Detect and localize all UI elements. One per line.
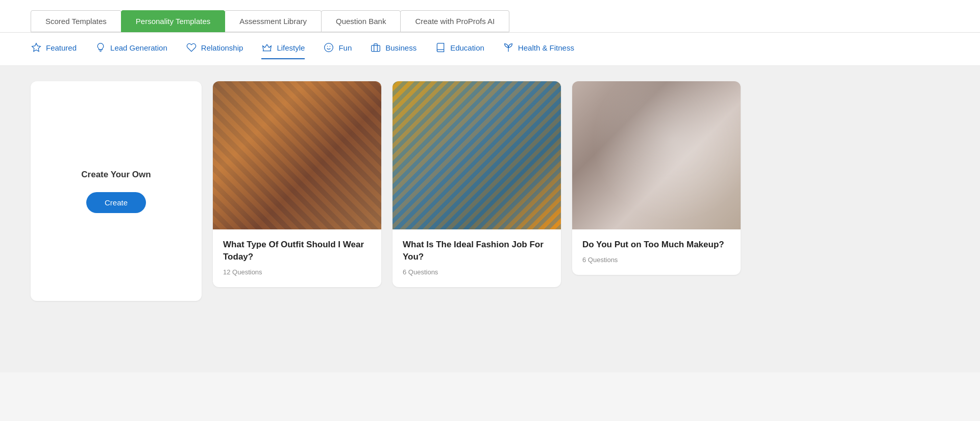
main-content: Create Your Own Create What Type Of Outf… [0,66,980,372]
card-meta-fashion: 6 Questions [403,268,551,276]
card-body-makeup: Do You Put on Too Much Makeup? 6 Questio… [572,229,741,275]
smile-icon [323,42,334,53]
category-education[interactable]: Education [435,42,484,56]
category-relationship-label: Relationship [201,43,243,52]
category-lifestyle[interactable]: Lifestyle [261,42,305,56]
category-health-fitness[interactable]: Health & Fitness [503,42,574,56]
category-lead-generation-label: Lead Generation [110,43,167,52]
svg-rect-4 [372,45,380,52]
card-title-makeup: Do You Put on Too Much Makeup? [582,239,730,251]
template-card-outfit[interactable]: What Type Of Outfit Should I Wear Today?… [213,81,381,287]
card-meta-makeup: 6 Questions [582,256,730,264]
tab-create-ai[interactable]: Create with ProProfs AI [400,10,509,32]
svg-point-1 [325,43,333,52]
create-card-title: Create Your Own [81,170,151,180]
card-title-outfit: What Type Of Outfit Should I Wear Today? [223,239,371,263]
category-business-label: Business [385,43,416,52]
cards-row: Create Your Own Create What Type Of Outf… [31,81,949,301]
category-fun-label: Fun [338,43,352,52]
category-featured[interactable]: Featured [31,42,77,56]
tab-scored[interactable]: Scored Templates [31,10,121,32]
card-body-fashion: What Is The Ideal Fashion Job For You? 6… [393,229,561,287]
tabs-container: Scored Templates Personality Templates A… [31,10,949,32]
card-body-outfit: What Type Of Outfit Should I Wear Today?… [213,229,381,287]
create-your-own-card: Create Your Own Create [31,81,202,301]
bulb-icon [95,42,106,53]
card-image-outfit [213,81,381,229]
briefcase-icon [370,42,381,53]
category-lead-generation[interactable]: Lead Generation [95,42,167,56]
category-business[interactable]: Business [370,42,416,56]
category-education-label: Education [450,43,484,52]
tab-question-bank[interactable]: Question Bank [321,10,401,32]
book-icon [435,42,446,53]
card-image-makeup [572,81,741,229]
svg-marker-0 [32,43,41,52]
tab-personality[interactable]: Personality Templates [121,10,225,32]
category-fun[interactable]: Fun [323,42,352,56]
card-meta-outfit: 12 Questions [223,268,371,276]
category-featured-label: Featured [46,43,77,52]
category-nav: Featured Lead Generation Relationship Li… [0,33,980,66]
card-title-fashion: What Is The Ideal Fashion Job For You? [403,239,551,263]
category-lifestyle-label: Lifestyle [277,43,305,52]
crown-icon [261,42,273,53]
card-image-fashion [393,81,561,229]
star-icon [31,42,42,53]
heart-icon [186,42,197,53]
template-card-makeup[interactable]: Do You Put on Too Much Makeup? 6 Questio… [572,81,741,275]
tab-assessment[interactable]: Assessment Library [225,10,322,32]
category-health-fitness-label: Health & Fitness [518,43,574,52]
template-card-fashion-job[interactable]: What Is The Ideal Fashion Job For You? 6… [393,81,561,287]
create-button[interactable]: Create [86,192,146,213]
tab-bar: Scored Templates Personality Templates A… [0,0,980,33]
leaf-icon [503,42,514,53]
category-relationship[interactable]: Relationship [186,42,243,56]
